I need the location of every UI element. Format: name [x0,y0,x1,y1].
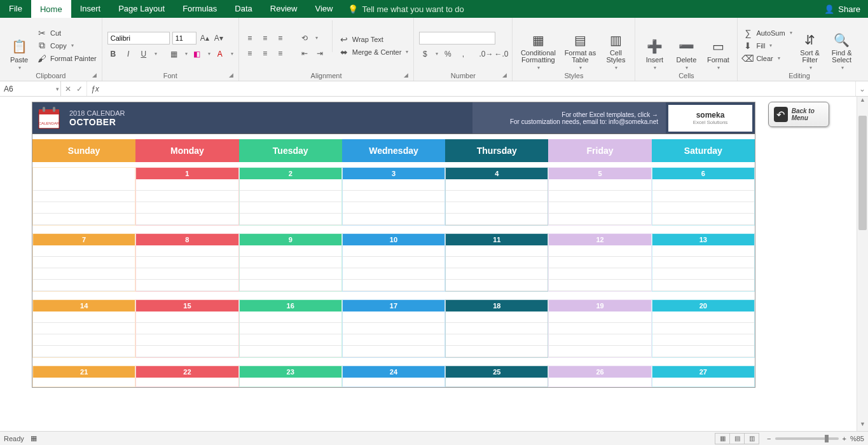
day-cell[interactable] [32,167,135,226]
scroll-down-icon[interactable]: ▼ [857,421,868,431]
formula-input[interactable] [103,81,855,96]
decrease-decimal-icon[interactable]: ←.0 [495,48,507,60]
day-cell[interactable]: 17 [342,299,445,358]
zoom-in-button[interactable]: + [843,435,846,442]
page-break-view-button[interactable]: ▥ [744,433,759,444]
autosum-button[interactable]: ∑AutoSum▾ [743,28,792,38]
increase-decimal-icon[interactable]: .0→ [480,48,492,60]
day-cell[interactable]: 25 [445,366,548,387]
day-cell[interactable]: 10 [342,233,445,292]
accounting-format-icon[interactable]: $ [419,48,431,60]
macro-record-icon[interactable]: ▦ [31,434,37,442]
calendar-grid[interactable]: 1234567891011121314151617181920212223242… [32,167,755,387]
percent-format-icon[interactable]: % [442,48,453,60]
align-top-icon[interactable]: ≡ [244,32,256,44]
insert-cells-button[interactable]: ➕Insert▾ [640,20,668,71]
day-cell[interactable]: 7 [32,233,135,292]
day-cell[interactable]: 20 [652,299,755,358]
day-cell[interactable]: 24 [342,366,445,387]
align-center-icon[interactable]: ≡ [259,48,271,59]
align-left-icon[interactable]: ≡ [244,48,256,59]
zoom-out-button[interactable]: − [767,435,771,442]
fill-color-button[interactable]: ◧ [191,48,203,60]
format-cells-button[interactable]: ▭Format▾ [704,20,732,71]
decrease-font-icon[interactable]: A▾ [213,32,224,44]
fill-button[interactable]: ⬇Fill▾ [743,41,792,51]
expand-formula-bar-icon[interactable]: ⌄ [855,81,868,96]
day-cell[interactable]: 6 [652,167,755,226]
day-cell[interactable]: 3 [342,167,445,226]
increase-indent-icon[interactable]: ⇥ [314,48,326,59]
sort-filter-button[interactable]: ⇵Sort & Filter▾ [796,20,824,71]
comma-format-icon[interactable]: , [457,48,469,60]
someka-logo[interactable]: someka Excel Solutions [668,105,752,132]
share-button[interactable]: 👤 Share [816,0,868,18]
copy-button[interactable]: ⧉Copy▾ [37,41,97,51]
tab-data[interactable]: Data [226,0,261,18]
align-right-icon[interactable]: ≡ [275,48,286,59]
cancel-formula-icon[interactable]: ✕ [65,85,71,93]
day-cell[interactable]: 1 [135,167,238,226]
tab-file[interactable]: File [0,0,31,18]
tab-home[interactable]: Home [31,0,71,18]
dialog-launcher-icon[interactable]: ◢ [502,72,507,78]
day-cell[interactable]: 15 [135,299,238,358]
borders-button[interactable]: ▦ [169,48,180,60]
name-box[interactable]: A6▾ [0,81,61,96]
tab-page-layout[interactable]: Page Layout [109,0,174,18]
zoom-slider[interactable] [775,437,839,440]
fx-label[interactable]: ƒx [87,81,103,96]
day-cell[interactable]: 26 [548,366,651,387]
conditional-formatting-button[interactable]: ▦Conditional Formatting▾ [518,20,558,71]
vertical-scrollbar[interactable]: ▲ ▼ [857,97,868,431]
align-middle-icon[interactable]: ≡ [259,32,271,44]
enter-formula-icon[interactable]: ✓ [76,85,83,93]
day-cell[interactable]: 23 [239,366,342,387]
italic-button[interactable]: I [123,48,134,60]
delete-cells-button[interactable]: ➖Delete▾ [672,20,700,71]
scroll-up-icon[interactable]: ▲ [857,97,868,107]
underline-button[interactable]: U [138,48,149,60]
tab-view[interactable]: View [306,0,341,18]
paste-button[interactable]: 📋 Paste ▾ [5,20,33,71]
chevron-down-icon[interactable]: ▾ [56,86,59,92]
orientation-icon[interactable]: ⟲ [299,32,310,44]
tab-formulas[interactable]: Formulas [174,0,226,18]
day-cell[interactable]: 12 [548,233,651,292]
align-bottom-icon[interactable]: ≡ [275,32,286,44]
dialog-launcher-icon[interactable]: ◢ [92,72,97,78]
day-cell[interactable]: 2 [239,167,342,226]
tab-review[interactable]: Review [261,0,307,18]
number-format-combo[interactable] [419,32,495,44]
day-cell[interactable]: 9 [239,233,342,292]
bold-button[interactable]: B [107,48,119,60]
normal-view-button[interactable]: ▦ [715,433,730,444]
format-as-table-button[interactable]: ▤Format as Table▾ [562,20,598,71]
day-cell[interactable]: 21 [32,366,135,387]
increase-font-icon[interactable]: A▴ [199,32,210,44]
font-color-button[interactable]: A [214,48,226,60]
day-cell[interactable]: 5 [548,167,651,226]
day-cell[interactable]: 8 [135,233,238,292]
format-painter-button[interactable]: 🖌Format Painter [37,53,97,64]
page-layout-view-button[interactable]: ▤ [729,433,745,444]
cut-button[interactable]: ✂Cut [37,28,97,38]
back-to-menu-button[interactable]: ↶ Back to Menu [768,102,829,127]
decrease-indent-icon[interactable]: ⇤ [299,48,310,59]
font-name-combo[interactable] [107,32,170,44]
day-cell[interactable]: 22 [135,366,238,387]
day-cell[interactable]: 27 [652,366,755,387]
zoom-level[interactable]: %85 [850,435,864,442]
wrap-text-button[interactable]: ↩Wrap Text [339,34,409,44]
clear-button[interactable]: ⌫Clear▾ [743,53,792,64]
find-select-button[interactable]: 🔍Find & Select▾ [828,20,856,71]
merge-center-button[interactable]: ⬌Merge & Center▾ [339,47,409,57]
day-cell[interactable]: 4 [445,167,548,226]
day-cell[interactable]: 19 [548,299,651,358]
dialog-launcher-icon[interactable]: ◢ [229,72,233,78]
day-cell[interactable]: 14 [32,299,135,358]
day-cell[interactable]: 13 [652,233,755,292]
worksheet-area[interactable]: CALENDAR 2018 CALENDAR OCTOBER For other… [0,97,868,431]
day-cell[interactable]: 18 [445,299,548,358]
tell-me-search[interactable]: 💡 Tell me what you want to do [341,0,470,18]
